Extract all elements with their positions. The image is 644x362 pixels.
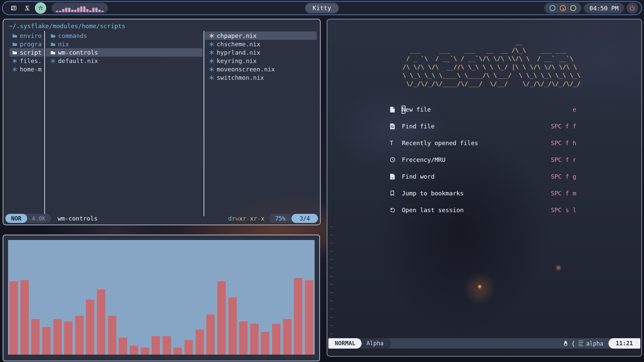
menu-item-recent-files[interactable]: T Recently opened files SPC f h: [390, 139, 576, 147]
kanji-five-icon: [24, 5, 30, 11]
statusline: NORMAL Alpha ( alpha 11:21: [328, 338, 640, 349]
nix-icon: [209, 75, 214, 80]
menu-item-find-word[interactable]: w Find word SPC f g: [390, 172, 576, 181]
neovim-window: __ ___ ___ ___ __ __ /\_\ ___ ___ / _ `\…: [327, 19, 642, 357]
column-divider: [44, 31, 45, 216]
nix-icon: [209, 67, 214, 72]
menu-item-frecency[interactable]: Frecency/MRU SPC f r: [390, 156, 576, 164]
folder-icon: [50, 33, 56, 39]
kanji-four-icon: [11, 5, 17, 11]
bookmarks-icon: [390, 190, 397, 196]
list-item[interactable]: chscheme.nix: [205, 40, 317, 48]
power-button[interactable]: [627, 3, 638, 13]
find-word-icon: w: [390, 174, 397, 180]
current-column: commands nix wm-controls default.nix: [46, 32, 203, 65]
preview-column: chpaper.nix chscheme.nix hyprland.nix ke…: [205, 32, 317, 82]
cursor-position: 3/4: [291, 214, 318, 223]
top-bar: Kitty 04:50 PM: [2, 1, 642, 15]
workspace-6-active[interactable]: [35, 2, 46, 14]
workspace-group: [8, 2, 108, 14]
svg-text:w: w: [392, 176, 393, 179]
file-manager-window: ~/.sysflake/modules/home/scripts enviro …: [3, 19, 321, 225]
kanji-six-icon: [38, 5, 44, 11]
filetype-label: alpha: [586, 340, 603, 347]
find-file-icon: [390, 123, 397, 129]
workspace-5[interactable]: [21, 2, 33, 14]
list-item[interactable]: default.nix: [46, 57, 203, 65]
orange-timer-icon: [559, 5, 566, 11]
folder-icon: [12, 33, 17, 39]
permissions: drwxr-xr-x: [228, 215, 264, 222]
nix-icon: [209, 58, 214, 64]
blue-ring-icon: [549, 5, 556, 11]
nix-icon: [209, 50, 214, 55]
statusline-clock: 11:21: [608, 338, 640, 349]
list-item[interactable]: files.: [9, 57, 44, 65]
lines-icon: [578, 341, 583, 347]
list-item[interactable]: hyprland.nix: [205, 48, 317, 57]
folder-icon: [50, 50, 56, 55]
active-window-title: Kitty: [305, 3, 339, 13]
nix-icon: [50, 58, 56, 64]
list-item-hovered[interactable]: chpaper.nix: [205, 32, 317, 40]
last-session-icon: [390, 207, 397, 213]
scroll-progress: 75%: [269, 214, 292, 223]
nix-icon: [209, 42, 214, 47]
file-manager-statusbar: NOR 4.0K wm-controls drwxr-xr-x 75% 3/4: [5, 214, 318, 223]
list-item[interactable]: keyring.nix: [205, 57, 317, 65]
menu-item-new-file[interactable]: New file e: [390, 105, 576, 114]
bar-chart-plot: [8, 240, 315, 355]
folder-icon: [12, 50, 17, 55]
list-item[interactable]: commands: [46, 32, 203, 40]
dashboard-menu: New file e Find file SPC f f T Recently …: [390, 105, 576, 223]
topbar-right-group: 04:50 PM: [544, 2, 638, 14]
nix-icon: [209, 33, 214, 39]
list-item-selected[interactable]: script: [9, 48, 44, 57]
folder-icon: [50, 42, 56, 47]
clock: 04:50 PM: [584, 3, 624, 13]
folder-icon: [12, 42, 17, 47]
new-file-icon: [390, 107, 397, 113]
parent-column: enviro progra script files. home-m: [9, 32, 44, 73]
list-item-selected[interactable]: wm-controls: [46, 48, 203, 57]
separator-glyph: (: [571, 340, 575, 347]
linux-penguin-icon: [563, 341, 568, 346]
green-ring-icon: [570, 5, 577, 11]
nix-icon: [12, 67, 17, 72]
selected-file-name: wm-controls: [58, 215, 98, 222]
menu-item-last-session[interactable]: Open last session SPC s l: [390, 206, 576, 214]
list-item[interactable]: enviro: [9, 32, 44, 40]
buffer-name: Alpha: [357, 338, 391, 349]
system-indicators[interactable]: [544, 3, 581, 13]
breadcrumb-path: ~/.sysflake/modules/home/scripts: [9, 22, 125, 29]
text-cursor: [401, 106, 406, 114]
audio-visualizer: [52, 3, 108, 13]
list-item[interactable]: switchmon.nix: [205, 73, 317, 82]
mode-badge: NOR: [5, 214, 27, 223]
column-divider: [204, 31, 204, 216]
dashboard-ascii-logo: __ ___ ___ ___ __ __ /\_\ ___ ___ / _ `\…: [388, 38, 581, 88]
list-item[interactable]: home-m: [9, 65, 44, 73]
list-item[interactable]: progra: [9, 40, 44, 48]
nix-icon: [12, 58, 17, 64]
vim-mode-badge: NORMAL: [328, 338, 362, 349]
visualizer-window: [3, 235, 320, 361]
recent-files-icon: T: [390, 140, 397, 146]
menu-item-find-file[interactable]: Find file SPC f f: [390, 122, 576, 130]
power-icon: [629, 5, 635, 11]
workspace-4[interactable]: [8, 2, 19, 14]
list-item[interactable]: nix: [46, 40, 203, 48]
list-item[interactable]: moveonscreen.nix: [205, 65, 317, 73]
frecency-icon: [390, 157, 397, 163]
menu-item-bookmarks[interactable]: Jump to bookmarks SPC f m: [390, 189, 576, 197]
empty-buffer-lines: ~~~~~~~~~~~~~~: [330, 223, 333, 338]
